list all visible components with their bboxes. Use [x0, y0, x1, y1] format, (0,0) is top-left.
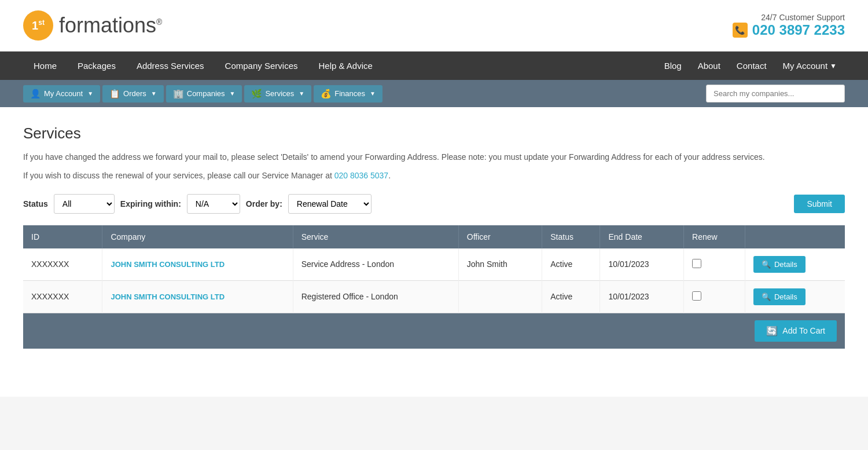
row2-id: XXXXXXX	[23, 280, 102, 313]
row1-company-link[interactable]: JOHN SMITH CONSULTING LTD	[111, 260, 225, 269]
logo-circle: 1st	[23, 10, 53, 41]
info-text-2-prefix: If you wish to discuss the renewal of yo…	[23, 171, 332, 180]
search-input[interactable]	[706, 85, 845, 103]
col-renew: Renew	[684, 225, 745, 248]
services-btn[interactable]: 🌿 Services ▼	[244, 85, 311, 103]
logo-text: formations®	[59, 13, 162, 38]
row1-actions: 🔍 Details	[745, 248, 845, 281]
col-actions	[745, 225, 845, 248]
status-select[interactable]: All Active Expired Cancelled	[54, 194, 115, 214]
finances-icon: 💰	[321, 89, 332, 99]
cart-icon: 🔄	[766, 325, 778, 336]
nav-address-services[interactable]: Address Services	[126, 52, 215, 80]
services-arrow: ▼	[299, 90, 304, 97]
row1-id: XXXXXXX	[23, 248, 102, 281]
table-footer: 🔄 Add To Cart	[23, 313, 845, 349]
info-text-2-suffix: .	[388, 171, 391, 180]
row2-renew-checkbox[interactable]	[692, 291, 701, 301]
row1-end-date: 10/01/2023	[600, 248, 684, 281]
phone-number[interactable]: 020 3897 2233	[752, 22, 845, 38]
finances-btn[interactable]: 💰 Finances ▼	[314, 85, 382, 103]
phone-icon: 📞	[733, 23, 748, 38]
row2-company-link[interactable]: JOHN SMITH CONSULTING LTD	[111, 292, 225, 301]
row2-service: Registered Office - London	[293, 280, 458, 313]
chevron-down-icon: ▼	[830, 62, 837, 70]
filter-row: Status All Active Expired Cancelled Expi…	[23, 194, 845, 214]
orderby-label: Order by:	[246, 199, 282, 208]
expiring-label: Expiring within:	[120, 199, 181, 208]
row1-details-button[interactable]: 🔍 Details	[753, 256, 806, 273]
row2-actions: 🔍 Details	[745, 280, 845, 313]
row2-details-button[interactable]: 🔍 Details	[753, 288, 806, 305]
table-row: XXXXXXX JOHN SMITH CONSULTING LTD Servic…	[23, 248, 845, 281]
table-body: XXXXXXX JOHN SMITH CONSULTING LTD Servic…	[23, 248, 845, 313]
row1-renew	[684, 248, 745, 281]
nav-my-account-dropdown: My Account ▼	[783, 61, 837, 71]
nav-home[interactable]: Home	[23, 52, 67, 80]
main-content: Services If you have changed the address…	[0, 107, 868, 397]
info-text-1: If you have changed the address we forwa…	[23, 151, 845, 163]
row2-end-date: 10/01/2023	[600, 280, 684, 313]
status-label: Status	[23, 199, 48, 208]
support-label: 24/7 Customer Support	[733, 13, 845, 22]
row1-service: Service Address - London	[293, 248, 458, 281]
orders-btn[interactable]: 📋 Orders ▼	[102, 85, 164, 103]
account-bar: 👤 My Account ▼ 📋 Orders ▼ 🏢 Companies ▼ …	[0, 80, 868, 107]
logo-area: 1st formations®	[23, 10, 162, 41]
row1-status: Active	[542, 248, 600, 281]
col-company: Company	[102, 225, 293, 248]
nav-company-services[interactable]: Company Services	[215, 52, 308, 80]
row1-officer: John Smith	[458, 248, 542, 281]
support-phone: 📞 020 3897 2233	[733, 22, 845, 38]
services-icon: 🌿	[251, 89, 262, 99]
nav-about[interactable]: About	[690, 52, 729, 80]
col-status: Status	[542, 225, 600, 248]
orders-icon: 📋	[109, 89, 120, 99]
row2-company: JOHN SMITH CONSULTING LTD	[102, 280, 293, 313]
logo-superscript: st	[38, 19, 45, 27]
col-officer: Officer	[458, 225, 542, 248]
info-text-2: If you wish to discuss the renewal of yo…	[23, 169, 845, 182]
col-id: ID	[23, 225, 102, 248]
col-end-date: End Date	[600, 225, 684, 248]
row1-renew-checkbox[interactable]	[692, 259, 701, 268]
details-icon: 🔍	[762, 292, 771, 301]
submit-button[interactable]: Submit	[794, 195, 845, 213]
add-to-cart-label: Add To Cart	[782, 326, 825, 335]
expiring-select[interactable]: N/A 30 days 60 days 90 days	[187, 194, 240, 214]
row2-status: Active	[542, 280, 600, 313]
table-header: ID Company Service Officer Status End Da…	[23, 225, 845, 248]
nav-my-account[interactable]: My Account ▼	[775, 52, 845, 80]
service-phone-link[interactable]: 020 8036 5037	[334, 171, 388, 180]
row2-officer	[458, 280, 542, 313]
my-account-btn[interactable]: 👤 My Account ▼	[23, 85, 100, 103]
brand-name: formations	[59, 13, 156, 37]
col-service: Service	[293, 225, 458, 248]
logo-reg: ®	[156, 17, 162, 27]
nav-help-advice[interactable]: Help & Advice	[308, 52, 383, 80]
nav-packages[interactable]: Packages	[67, 52, 126, 80]
header: 1st formations® 24/7 Customer Support 📞 …	[0, 0, 868, 52]
search-container	[706, 85, 845, 103]
finances-arrow: ▼	[370, 90, 376, 97]
nav-contact[interactable]: Contact	[729, 52, 775, 80]
nav-right: Blog About Contact My Account ▼	[656, 52, 845, 80]
main-nav: Home Packages Address Services Company S…	[0, 52, 868, 80]
companies-btn[interactable]: 🏢 Companies ▼	[166, 85, 242, 103]
table-row: XXXXXXX JOHN SMITH CONSULTING LTD Regist…	[23, 280, 845, 313]
add-to-cart-button[interactable]: 🔄 Add To Cart	[755, 320, 837, 342]
details-icon: 🔍	[762, 260, 771, 269]
orderby-select[interactable]: Renewal Date Company Name Service Type	[288, 194, 372, 214]
row2-renew	[684, 280, 745, 313]
my-account-icon: 👤	[30, 89, 41, 99]
page-title: Services	[23, 125, 845, 142]
nav-blog[interactable]: Blog	[656, 52, 690, 80]
support-area: 24/7 Customer Support 📞 020 3897 2233	[733, 13, 845, 38]
companies-icon: 🏢	[173, 89, 184, 99]
services-table: ID Company Service Officer Status End Da…	[23, 225, 845, 313]
companies-arrow: ▼	[230, 90, 236, 97]
row1-company: JOHN SMITH CONSULTING LTD	[102, 248, 293, 281]
orders-arrow: ▼	[151, 90, 157, 97]
logo-number: 1st	[32, 19, 45, 32]
my-account-arrow: ▼	[87, 90, 93, 97]
